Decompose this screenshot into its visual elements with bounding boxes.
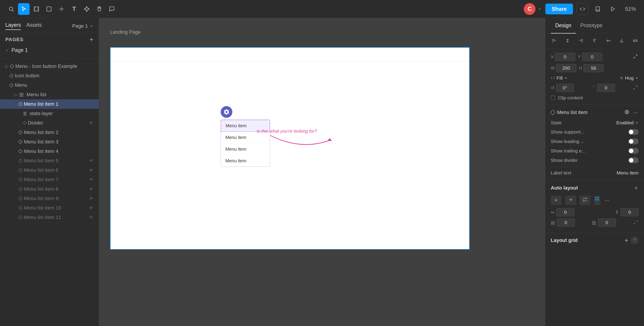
move-tool[interactable] (18, 3, 30, 15)
resize-button[interactable] (632, 53, 638, 61)
library-button[interactable] (592, 3, 604, 15)
show-divider-toggle[interactable] (628, 157, 638, 163)
align-bottom-button[interactable] (618, 37, 625, 46)
tab-layers[interactable]: Layers (6, 22, 21, 30)
zoom-control[interactable]: 51% (622, 4, 638, 14)
toolbar-left: T (6, 3, 320, 15)
text-tool[interactable]: T (68, 3, 80, 15)
padding-top-input[interactable] (557, 218, 575, 227)
pen-tool[interactable] (56, 3, 68, 15)
gear-icon-circle[interactable] (221, 106, 232, 118)
x-input[interactable] (555, 53, 575, 61)
clip-content-checkbox[interactable] (551, 96, 555, 100)
page-item-1[interactable]: ✓ Page 1 (6, 46, 93, 55)
page-selector[interactable]: Page 1 (72, 23, 93, 29)
layer-name: Menu list item 11 (24, 214, 88, 220)
al-wrap-button[interactable] (580, 196, 590, 205)
show-leading-toggle[interactable] (628, 139, 638, 144)
menu-popup-item-4[interactable]: Menu item (221, 155, 270, 167)
panel-tabs: Layers Assets (6, 22, 42, 30)
distribute-button[interactable] (632, 37, 638, 46)
layer-menu-list-item-1[interactable]: Menu list item 1 (0, 99, 99, 109)
layer-menu-list-item-9[interactable]: Menu list item 9 👁 (0, 194, 99, 203)
al-right-button[interactable] (565, 196, 576, 205)
search-tool[interactable] (6, 3, 17, 15)
show-leading-label: Show leading ... (551, 139, 584, 144)
corner-input[interactable] (597, 84, 615, 92)
tab-prototype[interactable]: Prototype (576, 18, 607, 34)
svg-rect-2 (34, 7, 39, 11)
play-button[interactable] (607, 3, 619, 15)
comment-tool[interactable] (106, 3, 118, 15)
share-button[interactable]: Share (545, 4, 573, 15)
layer-menu-list-item-2[interactable]: Menu list item 2 (0, 128, 99, 137)
align-top-button[interactable] (591, 37, 598, 46)
svg-rect-31 (634, 40, 636, 41)
h-spacing-input[interactable] (556, 208, 574, 216)
padding-expand-button[interactable] (633, 218, 638, 227)
add-auto-layout-button[interactable]: + (634, 184, 638, 192)
layer-menu-list-item-3[interactable]: Menu list item 3 (0, 137, 99, 147)
show-trailing-toggle[interactable] (628, 148, 638, 154)
layer-menu-icon-btn[interactable]: ▷ Menu - Icon button Example (0, 62, 99, 71)
h-input[interactable] (584, 64, 604, 72)
layout-grid-title: Layout grid (551, 237, 578, 243)
menu-popup-item-2[interactable]: Menu item (221, 132, 270, 143)
component-more-button[interactable]: ··· (632, 108, 638, 116)
align-left-button[interactable] (551, 37, 558, 46)
frame-tool[interactable] (30, 3, 42, 15)
align-right-button[interactable] (578, 37, 584, 46)
align-center-v-button[interactable] (564, 37, 571, 46)
al-grid-icon (595, 196, 599, 201)
v-spacing-input[interactable] (621, 208, 638, 216)
rotation-input[interactable] (556, 84, 574, 92)
svg-rect-7 (47, 7, 51, 11)
layer-menu-list-item-6[interactable]: Menu list item 6 👁 (0, 165, 99, 175)
layer-menu-list-item-7[interactable]: Menu list item 7 👁 (0, 175, 99, 184)
svg-rect-41 (598, 199, 599, 201)
help-button[interactable]: ? (630, 236, 638, 244)
left-panel: Layers Assets Page 1 PAGES + ✓ Page 1 ▷ (0, 18, 99, 326)
w-input[interactable] (556, 64, 576, 72)
add-layout-grid-button[interactable]: + (625, 237, 628, 244)
component-tool[interactable] (81, 3, 92, 15)
component-section: Menu list item ··· State Enabled Show su… (545, 104, 644, 180)
user-avatar[interactable]: C (524, 3, 536, 15)
eye-icon: 👁 (89, 196, 93, 201)
add-page-button[interactable]: + (90, 36, 93, 43)
menu-popup-item-3[interactable]: Menu item (221, 143, 270, 155)
label-text-value: Menu item (616, 170, 638, 176)
layer-menu-list-item-10[interactable]: Menu list item 10 👁 (0, 203, 99, 213)
canvas-frame[interactable]: Menu item Menu item Menu item Menu item … (110, 47, 470, 249)
layer-divider[interactable]: Divider 👁 (0, 118, 99, 128)
padding-bottom-input[interactable] (598, 218, 616, 227)
show-supporting-label: Show supporti... (551, 129, 585, 135)
layer-menu-list-item-4[interactable]: Menu list item 4 (0, 147, 99, 156)
al-down-button[interactable] (551, 196, 562, 205)
expand-button[interactable] (632, 84, 638, 92)
y-input[interactable] (582, 53, 602, 61)
code-button[interactable] (576, 3, 588, 15)
layer-icon-button[interactable]: Icon button (0, 71, 99, 81)
canvas-area[interactable]: Landing Page Menu item Menu item Menu it… (99, 18, 545, 326)
layer-menu[interactable]: Menu (0, 81, 99, 90)
align-middle-button[interactable] (605, 37, 612, 46)
show-supporting-toggle[interactable] (628, 129, 638, 135)
layer-menu-list-item-8[interactable]: Menu list item 8 👁 (0, 184, 99, 194)
hand-tool[interactable] (94, 3, 105, 15)
layer-menu-list[interactable]: ▷ Menu list (0, 90, 99, 99)
al-more-button[interactable]: ··· (604, 196, 610, 205)
fill-dropdown[interactable]: Fill (556, 75, 568, 81)
layer-menu-list-item-5[interactable]: Menu list item 5 👁 (0, 156, 99, 165)
component-globe-button[interactable] (624, 108, 630, 116)
shape-tool[interactable] (43, 3, 55, 15)
layer-menu-list-item-11[interactable]: Menu list item 11 👁 (0, 213, 99, 222)
layer-name: Menu list item 10 (24, 205, 88, 211)
menu-popup-item-1[interactable]: Menu item (221, 120, 270, 132)
diamond-icon (18, 177, 23, 182)
state-dropdown[interactable]: Enabled (616, 120, 638, 125)
hug-dropdown[interactable]: Hug (625, 75, 638, 81)
tab-design[interactable]: Design (551, 18, 576, 34)
layer-state-layer[interactable]: state-layer (0, 109, 99, 118)
tab-assets[interactable]: Assets (26, 22, 42, 30)
